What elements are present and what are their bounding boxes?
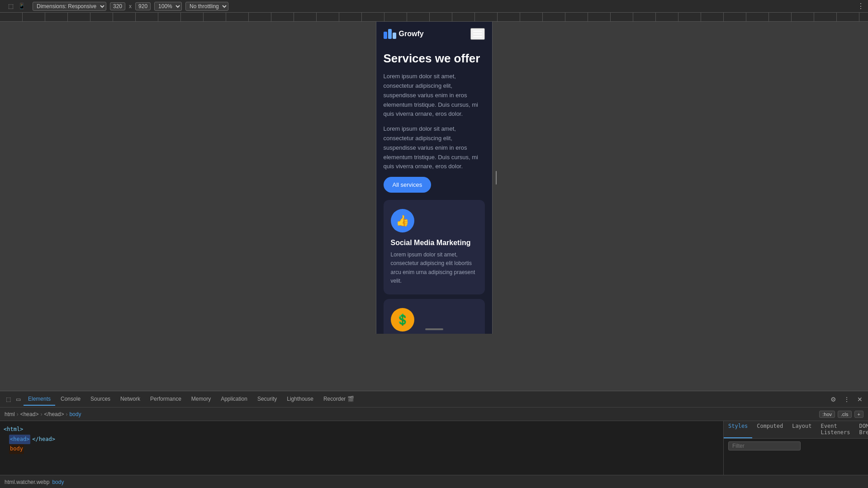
services-description-1: Lorem ipsum dolor sit amet, consectetur … bbox=[384, 72, 485, 119]
width-input[interactable]: 320 bbox=[110, 2, 125, 10]
tab-console[interactable]: Console bbox=[56, 393, 85, 406]
devtools-tabs-row: ⬚ ▭ Elements Console Sources Network Per… bbox=[0, 391, 868, 407]
devtools-settings-icon[interactable]: ⚙ bbox=[829, 395, 838, 404]
styles-tab-event-listeners[interactable]: Event Listeners bbox=[816, 421, 855, 438]
hamburger-line-3 bbox=[473, 36, 482, 37]
devtools-close-icon[interactable]: ✕ bbox=[855, 395, 864, 404]
inspect-icon[interactable]: ⬚ bbox=[6, 2, 15, 11]
growfy-logo-icon bbox=[384, 29, 396, 39]
svg-rect-0 bbox=[384, 32, 387, 39]
styles-panel: Styles Computed Layout Event Listeners D… bbox=[723, 421, 868, 475]
svg-rect-1 bbox=[388, 29, 392, 39]
devtools-inspect-small-icon[interactable]: ⬚ bbox=[4, 395, 13, 404]
body-tag-link[interactable]: body bbox=[52, 479, 64, 485]
logo-text: Growfy bbox=[399, 30, 424, 38]
tab-application[interactable]: Application bbox=[216, 393, 252, 406]
dom-body-tag[interactable]: body bbox=[9, 444, 24, 454]
phone-viewport: Growfy Services we offer Lorem ipsum dol… bbox=[376, 22, 493, 334]
tab-network[interactable]: Network bbox=[116, 393, 145, 406]
zoom-select[interactable]: 100% bbox=[154, 2, 182, 11]
hamburger-line-1 bbox=[473, 31, 482, 32]
social-media-icon-circle: 👍 bbox=[391, 209, 414, 232]
services-title: Services we offer bbox=[384, 52, 485, 66]
resize-handle-visual bbox=[496, 171, 497, 185]
styles-tab-layout[interactable]: Layout bbox=[787, 421, 816, 438]
devtools-device-small-icon[interactable]: ▭ bbox=[14, 395, 23, 404]
devtools-panel: ⬚ ▭ Elements Console Sources Network Per… bbox=[0, 391, 868, 488]
dom-line-body: body bbox=[4, 444, 720, 454]
breadcrumb-html[interactable]: html bbox=[5, 411, 15, 417]
logo-container: Growfy bbox=[384, 29, 424, 39]
devtools-top-bar-right: ⋮ bbox=[857, 2, 864, 10]
tab-lighthouse[interactable]: Lighthouse bbox=[282, 393, 318, 406]
devtools-more-tabs-icon[interactable]: ⋮ bbox=[842, 395, 852, 404]
device-toggle-icon[interactable]: 📱 bbox=[17, 2, 26, 11]
tab-security[interactable]: Security bbox=[253, 393, 281, 406]
ruler-bar bbox=[0, 13, 868, 22]
devtools-more-icon[interactable]: ⋮ bbox=[857, 2, 864, 10]
throttle-select[interactable]: No throttling bbox=[185, 2, 228, 11]
services-description-2: Lorem ipsum dolor sit amet, consectetur … bbox=[384, 124, 485, 171]
thumbs-up-icon: 👍 bbox=[396, 214, 409, 227]
dom-panel: <html> <head> </head> body bbox=[0, 421, 723, 475]
devtools-breadcrumb: html › <head> › </head> › body :hov .cls… bbox=[0, 407, 868, 421]
dollar-icon: 💲 bbox=[396, 313, 409, 326]
financial-icon-circle: 💲 bbox=[391, 308, 414, 332]
tab-elements[interactable]: Elements bbox=[24, 393, 55, 406]
hamburger-line-2 bbox=[473, 33, 482, 34]
cls-button[interactable]: .cls bbox=[838, 411, 852, 418]
all-services-button[interactable]: All services bbox=[384, 177, 432, 193]
add-style-button[interactable]: + bbox=[854, 411, 863, 418]
social-media-card-desc: Lorem ipsum dolor sit amet, consectetur … bbox=[391, 251, 478, 285]
devtools-tab-icons: ⚙ ⋮ ✕ bbox=[829, 395, 864, 404]
tab-recorder[interactable]: Recorder 🎬 bbox=[319, 393, 359, 406]
breadcrumb-head-open[interactable]: <head> bbox=[20, 411, 39, 417]
responsive-select[interactable]: Dimensions: Responsive bbox=[33, 2, 106, 11]
styles-tab-styles[interactable]: Styles bbox=[724, 421, 752, 438]
dom-html-tag: <html> bbox=[4, 425, 23, 435]
height-input[interactable]: 920 bbox=[135, 2, 151, 10]
file-path-label: html.watcher.webp bbox=[5, 479, 49, 485]
styles-tab-computed[interactable]: Computed bbox=[752, 421, 787, 438]
dom-head-close: </head> bbox=[32, 435, 55, 445]
styles-tabs-row: Styles Computed Layout Event Listeners D… bbox=[724, 421, 868, 439]
tab-sources[interactable]: Sources bbox=[86, 393, 115, 406]
app-nav: Growfy bbox=[376, 22, 492, 46]
tab-performance[interactable]: Performance bbox=[146, 393, 186, 406]
devtools-left-icons: ⬚ 📱 bbox=[4, 2, 29, 11]
breadcrumb-body[interactable]: body bbox=[69, 411, 81, 417]
page-content: Services we offer Lorem ipsum dolor sit … bbox=[376, 46, 492, 334]
hamburger-menu-button[interactable] bbox=[470, 28, 485, 40]
breadcrumb-sep-2: › bbox=[40, 411, 42, 417]
hov-button[interactable]: :hov bbox=[819, 411, 835, 418]
dom-line-html: <html> bbox=[4, 425, 720, 435]
breadcrumb-sep-3: › bbox=[66, 411, 67, 417]
devtools-top-bar: ⬚ 📱 Dimensions: Responsive 320 x 920 100… bbox=[0, 0, 868, 13]
drag-handle[interactable] bbox=[425, 328, 443, 330]
breadcrumb-sep-1: › bbox=[17, 411, 19, 417]
tab-memory[interactable]: Memory bbox=[187, 393, 215, 406]
hov-cls-buttons: :hov .cls + bbox=[819, 411, 863, 418]
styles-filter-input[interactable] bbox=[728, 441, 801, 450]
phone-content: Growfy Services we offer Lorem ipsum dol… bbox=[376, 22, 492, 334]
breadcrumb-head-close[interactable]: </head> bbox=[44, 411, 64, 417]
resize-handle-right[interactable] bbox=[496, 22, 497, 334]
svg-rect-2 bbox=[393, 33, 396, 39]
dom-head-tag[interactable]: <head> bbox=[9, 435, 30, 445]
dom-line-head: <head> </head> bbox=[4, 435, 720, 445]
styles-tab-dom-breakpoints[interactable]: DOM Breakpoints bbox=[855, 421, 868, 438]
social-media-card-title: Social Media Marketing bbox=[391, 239, 478, 247]
filter-row bbox=[724, 439, 868, 453]
dimensions-x-label: x bbox=[129, 3, 132, 9]
devtools-content-area: <html> <head> </head> body Styles Comput… bbox=[0, 421, 868, 475]
devtools-file-label: html.watcher.webp body bbox=[0, 475, 868, 488]
service-card-social-media: 👍 Social Media Marketing Lorem ipsum dol… bbox=[384, 200, 485, 294]
